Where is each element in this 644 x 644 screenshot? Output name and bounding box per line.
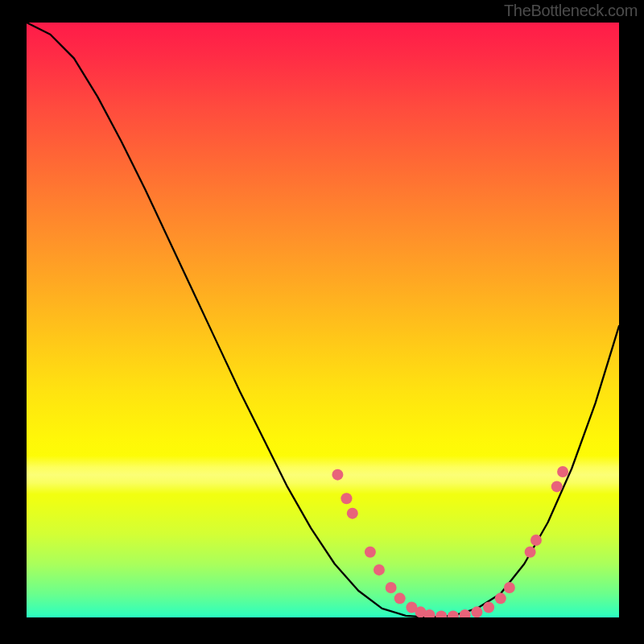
watermark: TheBottleneck.com bbox=[504, 2, 638, 20]
chart-container: TheBottleneck.com bbox=[0, 0, 644, 644]
plot-area bbox=[27, 23, 619, 617]
